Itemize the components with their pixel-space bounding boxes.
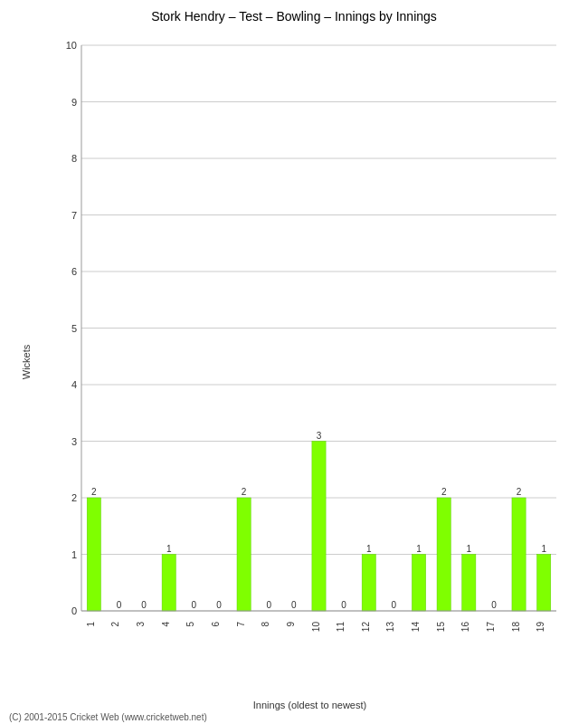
svg-text:4: 4	[161, 622, 171, 627]
svg-text:9: 9	[71, 97, 77, 108]
copyright-text: (C) 2001-2015 Cricket Web (www.cricketwe…	[9, 712, 207, 722]
svg-rect-22	[87, 498, 100, 611]
svg-text:10: 10	[311, 622, 321, 633]
chart-title: Stork Hendry – Test – Bowling – Innings …	[0, 0, 588, 28]
svg-text:7: 7	[236, 622, 246, 627]
svg-text:13: 13	[385, 622, 395, 633]
svg-text:15: 15	[436, 622, 446, 633]
svg-text:0: 0	[117, 600, 122, 610]
svg-text:2: 2	[517, 487, 522, 497]
svg-text:1: 1	[416, 544, 422, 554]
svg-text:3: 3	[317, 431, 322, 441]
svg-text:8: 8	[261, 622, 270, 627]
svg-text:0: 0	[266, 600, 271, 610]
svg-text:6: 6	[71, 266, 77, 277]
svg-text:6: 6	[211, 622, 221, 627]
svg-text:2: 2	[242, 487, 247, 497]
svg-text:8: 8	[71, 153, 77, 164]
svg-text:3: 3	[71, 436, 77, 447]
svg-text:0: 0	[291, 600, 297, 610]
svg-rect-29	[162, 555, 175, 612]
svg-text:0: 0	[71, 605, 77, 616]
svg-text:18: 18	[511, 622, 521, 633]
svg-text:2: 2	[91, 487, 97, 497]
x-axis-label: Innings (oldest to newest)	[50, 700, 570, 710]
svg-text:7: 7	[71, 210, 77, 221]
svg-text:4: 4	[71, 379, 77, 390]
svg-text:11: 11	[336, 622, 346, 633]
svg-text:16: 16	[460, 622, 470, 633]
svg-text:0: 0	[216, 600, 222, 610]
svg-text:12: 12	[361, 622, 371, 633]
svg-text:0: 0	[141, 600, 147, 610]
svg-rect-48	[362, 555, 375, 612]
svg-rect-64	[512, 498, 526, 611]
svg-text:2: 2	[71, 492, 77, 503]
chart-svg: 0123456789102102031405062708093100111120…	[50, 36, 570, 652]
svg-rect-43	[312, 442, 326, 612]
svg-text:2: 2	[110, 622, 120, 627]
svg-text:0: 0	[192, 600, 197, 610]
svg-text:0: 0	[491, 600, 497, 610]
svg-text:1: 1	[166, 544, 172, 554]
svg-text:17: 17	[486, 622, 496, 633]
svg-rect-59	[462, 555, 476, 612]
svg-text:5: 5	[185, 622, 195, 627]
svg-text:1: 1	[467, 544, 472, 554]
svg-text:9: 9	[286, 622, 296, 627]
svg-rect-53	[412, 555, 425, 612]
svg-text:1: 1	[366, 544, 372, 554]
svg-text:0: 0	[341, 600, 346, 610]
svg-text:5: 5	[71, 323, 77, 334]
svg-rect-56	[437, 498, 450, 611]
chart-area: 0123456789102102031405062708093100111120…	[50, 36, 570, 652]
chart-container: Stork Hendry – Test – Bowling – Innings …	[0, 0, 588, 724]
svg-text:3: 3	[136, 622, 146, 627]
svg-rect-36	[237, 498, 251, 611]
svg-text:1: 1	[86, 622, 96, 627]
svg-rect-67	[537, 555, 551, 612]
svg-text:1: 1	[71, 549, 77, 560]
svg-text:1: 1	[541, 544, 546, 554]
y-axis-label: Wickets	[21, 345, 32, 380]
svg-text:14: 14	[411, 622, 421, 633]
svg-text:0: 0	[392, 600, 397, 610]
svg-text:10: 10	[66, 40, 77, 51]
svg-text:2: 2	[441, 487, 447, 497]
svg-text:19: 19	[536, 622, 545, 633]
